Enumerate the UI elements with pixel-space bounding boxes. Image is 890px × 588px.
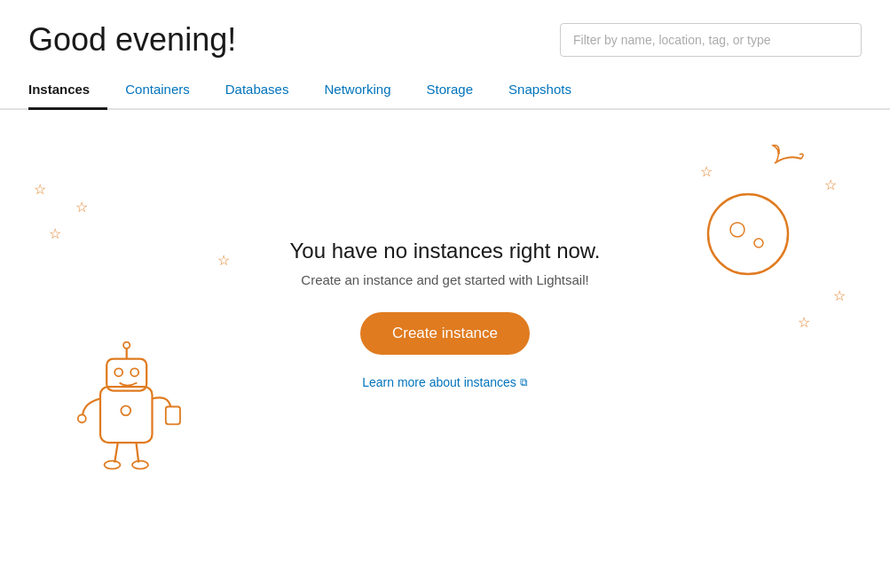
tab-snapshots[interactable]: Snapshots xyxy=(508,73,589,110)
page-header: Good evening! xyxy=(0,0,890,73)
star-decoration-9: ☆ xyxy=(833,287,846,304)
filter-input[interactable] xyxy=(560,23,862,57)
star-decoration-1: ☆ xyxy=(34,181,46,198)
svg-point-6 xyxy=(78,415,86,423)
svg-point-13 xyxy=(708,194,788,274)
svg-point-10 xyxy=(105,461,121,469)
svg-line-9 xyxy=(137,443,139,463)
svg-point-14 xyxy=(730,223,744,237)
tab-networking[interactable]: Networking xyxy=(324,73,408,110)
empty-state-subtitle: Create an instance and get started with … xyxy=(289,272,600,287)
tab-storage[interactable]: Storage xyxy=(427,73,492,110)
main-nav: Instances Containers Databases Networkin… xyxy=(0,73,890,110)
robot-illustration xyxy=(53,323,195,482)
svg-point-3 xyxy=(123,342,130,349)
svg-point-4 xyxy=(114,368,122,376)
svg-point-12 xyxy=(121,406,130,416)
svg-point-5 xyxy=(130,368,138,376)
page-greeting: Good evening! xyxy=(28,21,236,59)
star-decoration-4: ☆ xyxy=(217,252,230,269)
tab-databases[interactable]: Databases xyxy=(225,73,307,110)
svg-rect-7 xyxy=(166,407,180,425)
planet-illustration xyxy=(677,137,819,296)
create-instance-button[interactable]: Create instance xyxy=(360,312,530,355)
learn-more-link[interactable]: Learn more about instances ⧉ xyxy=(362,375,528,389)
tab-containers[interactable]: Containers xyxy=(125,73,208,110)
star-decoration-10: ☆ xyxy=(798,314,810,331)
svg-line-8 xyxy=(114,443,118,463)
empty-state-block: You have no instances right now. Create … xyxy=(289,239,600,390)
empty-state-title: You have no instances right now. xyxy=(289,239,600,263)
star-decoration-3: ☆ xyxy=(75,199,88,216)
main-content-area: ☆ ☆ ☆ ☆ ☆ ★ ☆ ☆ ☆ ☆ xyxy=(0,110,890,518)
svg-point-11 xyxy=(132,461,148,469)
star-decoration-8: ☆ xyxy=(824,176,837,193)
star-decoration-2: ☆ xyxy=(49,225,61,242)
tab-instances[interactable]: Instances xyxy=(28,73,107,110)
svg-point-15 xyxy=(754,239,763,247)
external-link-icon: ⧉ xyxy=(520,376,528,388)
